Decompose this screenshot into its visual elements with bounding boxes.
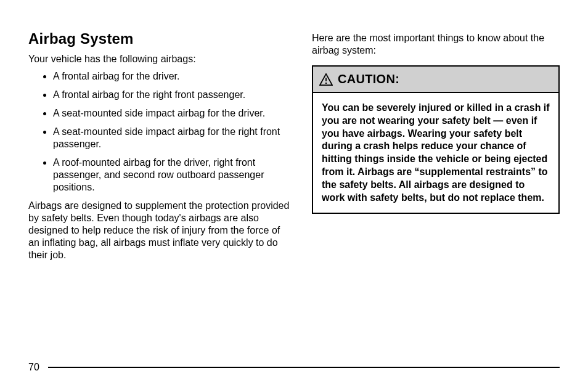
- section-heading: Airbag System: [28, 30, 293, 48]
- warning-triangle-icon: [319, 73, 333, 86]
- caution-box: CAUTION: You can be severely injured or …: [312, 65, 560, 214]
- intro-text: Your vehicle has the following airbags:: [28, 53, 293, 65]
- caution-header: CAUTION:: [313, 67, 558, 93]
- list-item: A frontal airbag for the right front pas…: [53, 89, 293, 101]
- svg-point-2: [325, 82, 327, 83]
- list-item: A seat-mounted side impact airbag for th…: [53, 126, 293, 150]
- right-intro: Here are the most important things to kn…: [312, 32, 560, 57]
- list-item: A seat-mounted side impact airbag for th…: [53, 107, 293, 120]
- list-item: A roof-mounted airbag for the driver, ri…: [53, 157, 293, 194]
- caution-body: You can be severely injured or killed in…: [313, 93, 558, 213]
- caution-label: CAUTION:: [338, 71, 399, 87]
- paragraph: Airbags are designed to supplement the p…: [28, 200, 293, 261]
- page-number: 70: [28, 361, 39, 374]
- airbag-list: A frontal airbag for the driver. A front…: [28, 70, 293, 194]
- columns: Airbag System Your vehicle has the follo…: [28, 30, 560, 374]
- list-item: A frontal airbag for the driver.: [53, 70, 293, 83]
- right-column: Here are the most important things to kn…: [312, 30, 560, 374]
- page: Airbag System Your vehicle has the follo…: [0, 0, 588, 392]
- page-footer: 70: [28, 361, 560, 374]
- footer-rule: [48, 367, 560, 368]
- left-column: Airbag System Your vehicle has the follo…: [28, 30, 293, 374]
